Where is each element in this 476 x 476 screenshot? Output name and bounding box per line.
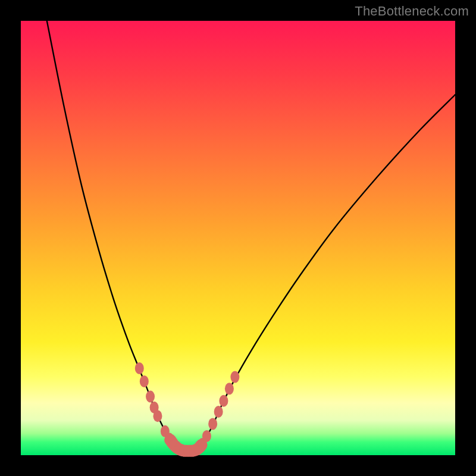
- highlight-markers: [135, 362, 240, 458]
- curve-svg: [21, 21, 455, 455]
- highlight-dot: [146, 390, 155, 402]
- highlight-dot: [140, 375, 149, 387]
- highlight-dot: [208, 418, 217, 430]
- highlight-dot: [135, 362, 144, 374]
- highlight-dot: [225, 383, 234, 394]
- chart-frame: TheBottleneck.com: [0, 0, 476, 476]
- highlight-dot: [153, 410, 162, 422]
- watermark-text: TheBottleneck.com: [355, 4, 469, 19]
- highlight-dot: [219, 395, 228, 407]
- right-branch-line: [197, 95, 455, 451]
- highlight-dot: [230, 371, 239, 383]
- highlight-dot: [214, 406, 223, 418]
- highlight-dot: [202, 430, 211, 442]
- left-branch-line: [47, 21, 177, 451]
- plot-area: [21, 21, 455, 455]
